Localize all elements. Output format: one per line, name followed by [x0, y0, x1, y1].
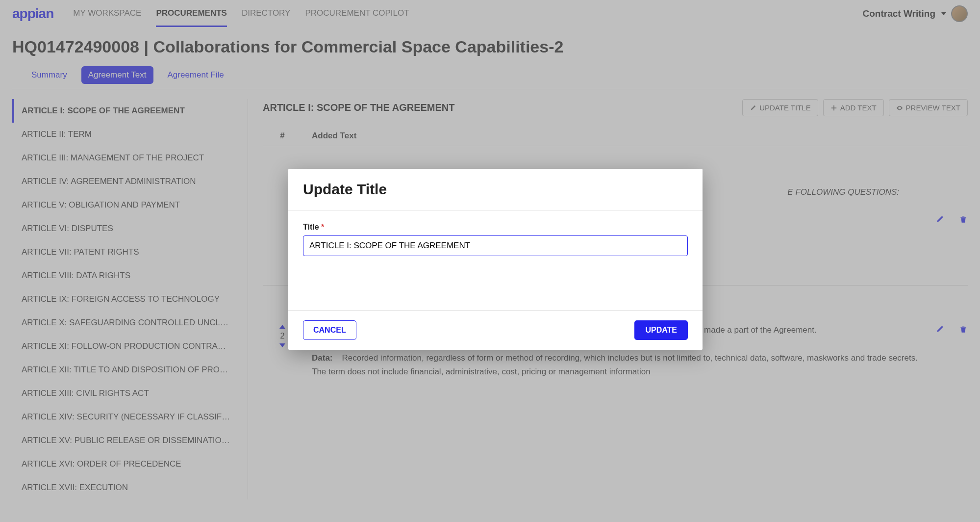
modal-footer: CANCEL UPDATE [288, 310, 703, 350]
cancel-button[interactable]: CANCEL [303, 320, 356, 340]
update-title-modal: Update Title Title * CANCEL UPDATE [288, 169, 703, 350]
modal-header: Update Title [288, 169, 703, 210]
modal-title: Update Title [303, 181, 688, 198]
title-input[interactable] [303, 235, 688, 256]
update-button[interactable]: UPDATE [634, 320, 688, 340]
modal-body: Title * [288, 210, 703, 310]
title-label: Title * [303, 223, 688, 232]
required-indicator: * [321, 223, 324, 231]
